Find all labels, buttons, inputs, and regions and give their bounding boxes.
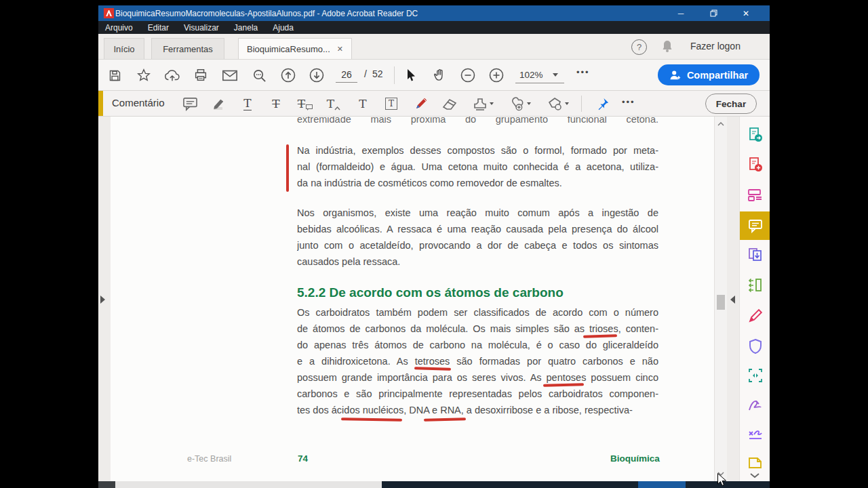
save-icon bbox=[108, 68, 122, 83]
screen: BioquimicaResumoMacromoleculas-ApostilaA… bbox=[0, 0, 868, 488]
fill-and-sign-icon[interactable] bbox=[745, 306, 766, 326]
eraser-tool-button[interactable] bbox=[439, 94, 460, 114]
create-pdf-icon[interactable] bbox=[745, 155, 766, 175]
comment-toolbar-title: Comentário bbox=[112, 97, 165, 108]
footer-brand: e-Tec Brasil bbox=[187, 454, 231, 464]
chevron-down-icon bbox=[527, 102, 531, 105]
add-text-icon: T bbox=[359, 98, 366, 110]
combine-files-icon[interactable] bbox=[745, 245, 766, 265]
insert-text-button[interactable]: T bbox=[323, 94, 344, 114]
print-icon bbox=[193, 68, 208, 83]
insert-caret-icon bbox=[334, 106, 340, 110]
protect-icon[interactable] bbox=[745, 336, 766, 357]
search-icon bbox=[252, 68, 267, 83]
email-icon bbox=[222, 68, 238, 82]
drawing-shapes-button[interactable] bbox=[543, 94, 573, 114]
tab-ferramentas[interactable]: Ferramentas bbox=[151, 38, 224, 59]
insert-text-icon: T bbox=[327, 98, 334, 110]
cloud-upload-button[interactable] bbox=[162, 65, 182, 85]
highlight-text-button[interactable] bbox=[208, 94, 229, 114]
page-number-input[interactable]: 26 bbox=[336, 67, 357, 83]
shapes-icon bbox=[548, 97, 563, 111]
sign-in-link[interactable]: Fazer logon bbox=[690, 41, 741, 52]
previous-page-button[interactable] bbox=[278, 65, 298, 85]
zoom-level-combo[interactable]: 102% bbox=[515, 66, 564, 83]
collapse-right-panel-icon[interactable] bbox=[730, 296, 735, 304]
organize-pages-icon[interactable] bbox=[745, 275, 766, 296]
eraser-icon bbox=[441, 97, 458, 110]
sticky-note-button[interactable] bbox=[180, 94, 200, 114]
taskbar-segment bbox=[98, 481, 115, 488]
menu-janela[interactable]: Janela bbox=[234, 23, 258, 33]
help-icon[interactable]: ? bbox=[631, 39, 647, 55]
comment-toolbar: Comentário T T T T T bbox=[98, 91, 770, 117]
menu-bar: Arquivo Editar Visualizar Janela Ajuda bbox=[98, 21, 770, 34]
share-button[interactable]: Compartilhar bbox=[658, 64, 760, 85]
keep-tool-selected-button[interactable] bbox=[592, 94, 612, 114]
scroll-up-icon[interactable] bbox=[717, 122, 724, 126]
vertical-scrollbar[interactable] bbox=[714, 117, 727, 481]
underline-dna-rna-annotation[interactable] bbox=[424, 418, 466, 421]
zoom-out-button[interactable] bbox=[458, 65, 478, 85]
email-button[interactable] bbox=[220, 65, 240, 85]
chevron-down-icon bbox=[565, 102, 569, 105]
panel-chevron-down-icon[interactable] bbox=[749, 472, 760, 479]
add-text-comment-button[interactable]: T bbox=[353, 94, 373, 114]
stamp-icon bbox=[473, 97, 488, 111]
close-button[interactable]: ✕ bbox=[734, 5, 757, 21]
edit-pdf-icon[interactable] bbox=[745, 185, 766, 205]
tab-inicio[interactable]: Início bbox=[104, 38, 144, 59]
tab-close-icon[interactable]: ✕ bbox=[337, 45, 343, 54]
menu-arquivo[interactable]: Arquivo bbox=[105, 23, 133, 33]
compress-pdf-icon[interactable] bbox=[745, 365, 766, 386]
chevron-down-icon bbox=[490, 102, 494, 105]
text-box-button[interactable]: T bbox=[381, 94, 401, 114]
star-button[interactable] bbox=[134, 65, 154, 85]
draw-tool-button[interactable] bbox=[410, 94, 431, 114]
more-tool-icon[interactable] bbox=[745, 453, 766, 473]
export-pdf-icon[interactable] bbox=[745, 125, 766, 145]
plus-circle-icon bbox=[488, 67, 505, 83]
close-comment-button[interactable]: Fechar bbox=[705, 94, 757, 114]
select-tool-button[interactable] bbox=[401, 65, 421, 85]
page-separator: / bbox=[364, 68, 367, 79]
strikethrough-text-button[interactable]: T bbox=[266, 94, 286, 114]
restore-button[interactable] bbox=[702, 5, 725, 21]
request-signatures-icon[interactable] bbox=[745, 425, 766, 445]
menu-ajuda[interactable]: Ajuda bbox=[273, 23, 294, 33]
replace-text-icon: T bbox=[298, 98, 305, 110]
menu-editar[interactable]: Editar bbox=[148, 23, 169, 33]
underline-text-icon: T bbox=[243, 98, 251, 110]
comment-accent-bar bbox=[98, 91, 103, 116]
paragraph-1: Na indústria, exemplos desses compostos … bbox=[297, 142, 658, 191]
attach-file-button[interactable] bbox=[505, 94, 535, 114]
chevron-down-icon bbox=[553, 73, 558, 77]
cursor-arrow-icon bbox=[405, 68, 417, 82]
certificates-sign-icon[interactable] bbox=[745, 396, 766, 416]
comment-icon[interactable] bbox=[745, 216, 766, 236]
save-button[interactable] bbox=[104, 65, 125, 85]
page-text-partial: extremidade mais próxima do grupamento f… bbox=[297, 117, 658, 127]
toolbar-more-button[interactable]: ••• bbox=[576, 67, 590, 77]
notification-bell-icon[interactable] bbox=[660, 39, 674, 53]
print-button[interactable] bbox=[191, 65, 211, 85]
zoom-level-value: 102% bbox=[519, 70, 543, 80]
replace-text-button[interactable]: T bbox=[295, 94, 315, 114]
minimize-button[interactable]: ─ bbox=[669, 5, 692, 21]
next-page-button[interactable] bbox=[307, 65, 327, 85]
expand-left-panel-icon[interactable] bbox=[100, 296, 105, 304]
search-button[interactable] bbox=[249, 65, 269, 85]
tab-document[interactable]: BioquimicaResumo... ✕ bbox=[238, 38, 352, 59]
scrollbar-thumb[interactable] bbox=[717, 295, 725, 310]
highlighter-icon bbox=[210, 96, 226, 111]
stamp-tool-button[interactable] bbox=[468, 94, 498, 114]
cloud-upload-icon bbox=[164, 68, 180, 83]
hand-tool-button[interactable] bbox=[429, 65, 450, 85]
underline-text-button[interactable]: T bbox=[237, 94, 258, 114]
taskbar-active-app bbox=[115, 481, 382, 488]
menu-visualizar[interactable]: Visualizar bbox=[184, 23, 219, 33]
comment-more-button[interactable]: ••• bbox=[622, 97, 635, 107]
underline-acidos-nucleicos-annotation[interactable] bbox=[341, 418, 402, 421]
red-vertical-mark-annotation[interactable] bbox=[286, 144, 289, 192]
zoom-in-button[interactable] bbox=[486, 65, 507, 85]
